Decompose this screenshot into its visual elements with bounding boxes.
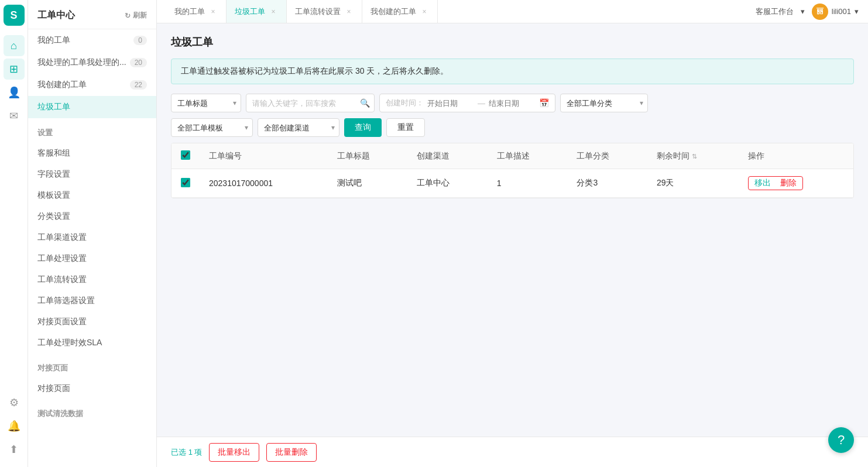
selected-count: 1 [188, 448, 193, 456]
row-checkbox[interactable] [181, 178, 190, 187]
sidebar-item-process-settings[interactable]: 工单处理设置 [28, 248, 156, 269]
icon-bar-gear[interactable]: ⚙ [4, 392, 25, 413]
col-category: 工单分类 [567, 143, 647, 169]
sidebar-item-badge: 0 [133, 36, 147, 45]
tab-close-trash-tickets[interactable]: × [269, 7, 278, 16]
tab-my-created[interactable]: 我创建的工单 × [362, 0, 438, 23]
dropdown-icon: ▾ [801, 7, 805, 16]
user-avatar: 丽 [812, 4, 828, 20]
category-select[interactable]: 全部工单分类 [560, 94, 648, 112]
sidebar-item-channel-settings[interactable]: 工单渠道设置 [28, 227, 156, 248]
icon-bar-grid[interactable]: ⊞ [4, 59, 25, 80]
icon-bar-home[interactable]: ⌂ [4, 35, 25, 56]
move-out-button[interactable]: 移出 [752, 178, 773, 188]
main-area: 我的工单 × 垃圾工单 × 工单流转设置 × 我创建的工单 × 客服工作台 ▾ … [157, 0, 868, 467]
row-category: 分类3 [567, 169, 647, 198]
sidebar-connect-title: 对接页面 [28, 353, 156, 378]
reset-button[interactable]: 重置 [386, 118, 425, 137]
icon-bar-person[interactable]: 👤 [4, 82, 25, 103]
user-dropdown-icon: ▾ [855, 7, 859, 16]
tab-trash-tickets[interactable]: 垃圾工单 × [227, 0, 287, 23]
template-filter-wrap: 全部工单模板 [171, 118, 253, 137]
template-select[interactable]: 全部工单模板 [171, 118, 253, 137]
col-title: 工单标题 [328, 143, 408, 169]
sidebar-item-agent-group[interactable]: 客服和组 [28, 143, 156, 164]
sidebar: 工单中心 ↻ 刷新 我的工单 0 我处理的工单我处理的... 20 我创建的工单… [28, 0, 157, 467]
date-end-input[interactable] [489, 99, 536, 108]
topbar: 我的工单 × 垃圾工单 × 工单流转设置 × 我创建的工单 × 客服工作台 ▾ … [157, 0, 868, 23]
selected-info: 已选 1 项 [171, 447, 202, 458]
sidebar-item-badge: 20 [130, 58, 147, 67]
sidebar-item-field-settings[interactable]: 字段设置 [28, 164, 156, 185]
sidebar-item-badge: 22 [130, 80, 147, 90]
content-area: 垃圾工单 工单通过触发器被标记为垃圾工单后将在此展示 30 天，之后将永久删除。… [157, 23, 868, 437]
search-icon: 🔍 [360, 98, 370, 108]
help-button[interactable]: ? [828, 427, 854, 453]
username-label: lili001 [832, 7, 851, 16]
query-button[interactable]: 查询 [344, 118, 382, 137]
sort-icon[interactable]: ⇅ [692, 153, 697, 160]
col-action: 操作 [739, 143, 853, 169]
select-all-cell[interactable] [171, 143, 200, 169]
row-description: 1 [488, 169, 568, 198]
row-remaining: 29天 [647, 169, 739, 198]
info-banner: 工单通过触发器被标记为垃圾工单后将在此展示 30 天，之后将永久删除。 [171, 59, 854, 84]
row-checkbox-cell[interactable] [171, 169, 200, 198]
sidebar-item-my-created[interactable]: 我创建的工单 22 [28, 74, 156, 96]
date-filter-wrap: 创建时间： — 📅 [379, 94, 555, 112]
select-all-checkbox[interactable] [181, 150, 190, 160]
sidebar-item-sla-settings[interactable]: 工单处理时效SLA [28, 332, 156, 353]
workspace-label: 客服工作台 [756, 6, 794, 17]
topbar-right: 客服工作台 ▾ 丽 lili001 ▾ [756, 4, 859, 20]
tab-close-transfer-settings[interactable]: × [344, 7, 354, 16]
row-ticket-no: 20231017000001 [200, 169, 328, 198]
filter-row-2: 全部工单模板 全部创建渠道 查询 重置 [171, 118, 854, 137]
row-channel: 工单中心 [407, 169, 488, 198]
tab-transfer-settings[interactable]: 工单流转设置 × [287, 0, 362, 23]
sidebar-item-my-tickets[interactable]: 我的工单 0 [28, 29, 156, 51]
col-ticket-no: 工单编号 [200, 143, 328, 169]
icon-bar-export[interactable]: ⬆ [4, 439, 25, 460]
filter-row-1: 工单标题 🔍 创建时间： — 📅 全部工单分类 [171, 94, 854, 112]
ticket-table: 工单编号 工单标题 创建渠道 工单描述 工单分类 剩余时间 ⇅ 操作 [171, 143, 854, 198]
date-start-input[interactable] [427, 99, 474, 108]
date-label: 创建时间： [386, 98, 424, 108]
sidebar-item-connect-page[interactable]: 对接页面 [28, 378, 156, 399]
sidebar-item-trash[interactable]: 垃圾工单 [28, 96, 156, 118]
batch-move-button[interactable]: 批量移出 [209, 443, 259, 462]
batch-delete-button[interactable]: 批量删除 [266, 443, 317, 462]
page-title: 垃圾工单 [171, 35, 854, 49]
keyword-input[interactable] [246, 94, 375, 112]
sidebar-refresh-btn[interactable]: ↻ 刷新 [125, 11, 147, 20]
category-filter-wrap: 全部工单分类 [560, 94, 648, 112]
channel-filter-wrap: 全部创建渠道 [258, 118, 339, 137]
topbar-tabs: 我的工单 × 垃圾工单 × 工单流转设置 × 我创建的工单 × [166, 0, 438, 23]
icon-bar: S ⌂ ⊞ 👤 ✉ ⚙ 🔔 ⬆ [0, 0, 28, 467]
sidebar-item-category-settings[interactable]: 分类设置 [28, 206, 156, 227]
tab-close-my-tickets[interactable]: × [208, 7, 218, 16]
user-menu[interactable]: 丽 lili001 ▾ [812, 4, 859, 20]
sidebar-settings-title: 设置 [28, 118, 156, 143]
keyword-input-wrap: 🔍 [246, 94, 375, 112]
delete-button[interactable]: 删除 [778, 178, 799, 188]
col-description: 工单描述 [488, 143, 568, 169]
tab-my-tickets[interactable]: 我的工单 × [166, 0, 227, 23]
sidebar-item-label: 垃圾工单 [37, 102, 70, 112]
sidebar-title: 工单中心 [37, 9, 75, 22]
tab-close-my-created[interactable]: × [420, 7, 429, 16]
icon-bar-mail[interactable]: ✉ [4, 105, 25, 126]
row-title: 测试吧 [328, 169, 408, 198]
sidebar-item-label: 我处理的工单我处理的... [37, 57, 126, 68]
refresh-icon: ↻ [125, 12, 131, 20]
subject-type-select[interactable]: 工单标题 [171, 94, 241, 112]
sidebar-clean-title: 测试清洗数据 [28, 399, 156, 424]
sidebar-item-connect-page-settings[interactable]: 对接页面设置 [28, 311, 156, 332]
sidebar-item-my-handled[interactable]: 我处理的工单我处理的... 20 [28, 51, 156, 74]
channel-select[interactable]: 全部创建渠道 [258, 118, 339, 137]
sidebar-item-filter-settings[interactable]: 工单筛选器设置 [28, 290, 156, 311]
sidebar-item-label: 我创建的工单 [37, 80, 87, 90]
sidebar-item-transfer-settings[interactable]: 工单流转设置 [28, 269, 156, 290]
action-buttons-wrap: 移出 删除 [748, 176, 803, 190]
sidebar-item-template-settings[interactable]: 模板设置 [28, 185, 156, 206]
icon-bar-bell[interactable]: 🔔 [4, 416, 25, 437]
